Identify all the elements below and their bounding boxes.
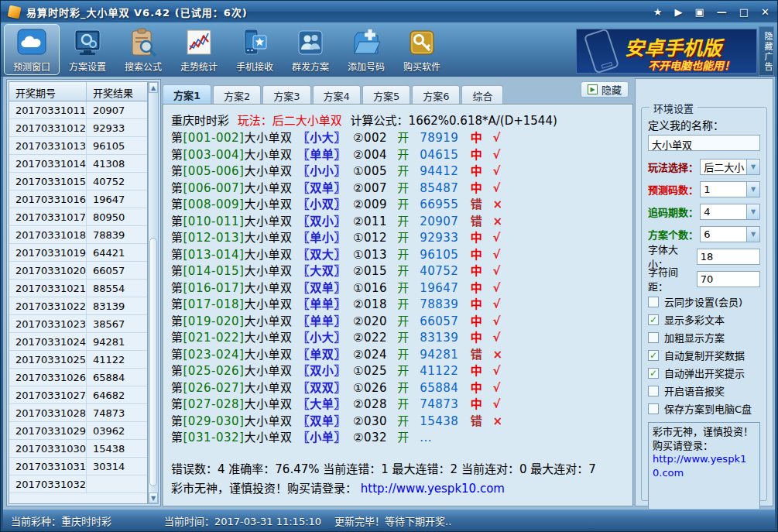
hide-ad-button[interactable]: 隐藏广告 bbox=[759, 26, 774, 76]
open-label: 开 bbox=[397, 264, 410, 278]
table-row[interactable]: 20170331019 64421 bbox=[9, 244, 147, 262]
table-row[interactable]: 20170331022 83139 bbox=[9, 297, 147, 315]
name-input[interactable]: 大小单双 bbox=[648, 135, 760, 151]
toolbar-label: 添加号码 bbox=[348, 60, 385, 73]
predicted-pick: 〖单单〗 bbox=[298, 314, 346, 328]
hide-panel-button[interactable]: ▶ 隐藏 bbox=[581, 81, 629, 98]
plan-tab[interactable]: 综合 bbox=[461, 85, 503, 105]
draw-number: 96105 bbox=[420, 248, 458, 262]
checkbox[interactable]: ✓ bbox=[648, 403, 659, 414]
plan-tab[interactable]: 方案1 bbox=[163, 84, 211, 105]
setting-input[interactable]: 18 bbox=[697, 249, 760, 265]
star-icon[interactable]: ★ bbox=[653, 6, 663, 18]
hit-status: 中 bbox=[471, 248, 483, 262]
target-period: ②024 bbox=[353, 348, 387, 362]
dropdown[interactable]: 后二大小 ▼ bbox=[700, 159, 760, 175]
prediction-row: 第[017-018]大小单双 〖单单〗 ②018 开 78839 中 √ bbox=[171, 295, 625, 312]
note-link[interactable]: http://www.yespk10.com bbox=[653, 453, 746, 479]
table-row[interactable]: 20170331013 96105 bbox=[9, 137, 147, 155]
hit-status: 错 bbox=[471, 197, 483, 211]
target-period: ①005 bbox=[353, 164, 387, 178]
play-icon[interactable]: ▶ bbox=[675, 6, 683, 18]
prediction-row: 第[014-015]大小单双 〖大双〗 ②015 开 40752 中 √ bbox=[171, 262, 625, 279]
table-row[interactable]: 20170331026 65884 bbox=[9, 369, 147, 386]
table-row[interactable]: 20170331027 64682 bbox=[9, 386, 147, 404]
dropdown[interactable]: 4 ▼ bbox=[700, 204, 760, 220]
chevron-down-icon[interactable]: ▼ bbox=[746, 182, 759, 197]
setting-input[interactable]: 70 bbox=[697, 271, 760, 287]
toolbar-button-plan-settings[interactable]: 方案设置 bbox=[60, 24, 115, 75]
toolbar-button-group-send[interactable]: 群发方案 bbox=[283, 24, 338, 75]
plan-tab[interactable]: 方案5 bbox=[362, 85, 410, 105]
checkbox[interactable]: ✓ bbox=[648, 350, 659, 361]
toolbar-button-phone-receive[interactable]: 手机接收 bbox=[227, 24, 283, 75]
table-row[interactable]: 20170331014 41308 bbox=[9, 155, 147, 173]
play-name: 大小单双 bbox=[244, 197, 292, 211]
plan-tab[interactable]: 方案2 bbox=[213, 85, 261, 105]
draw-result: 19647 bbox=[87, 190, 147, 208]
toolbar-button-search-formula[interactable]: 搜索公式 bbox=[115, 24, 171, 75]
target-period: ①012 bbox=[353, 231, 387, 245]
plan-tab[interactable]: 方案3 bbox=[262, 85, 310, 105]
scroll-down-icon[interactable]: ▼ bbox=[149, 493, 158, 503]
table-row[interactable]: 20170331016 19647 bbox=[9, 190, 147, 208]
results-scrollbar[interactable]: ▲ ▼ bbox=[148, 81, 159, 504]
table-row[interactable]: 20170331012 92933 bbox=[9, 119, 147, 137]
toolbar-button-buy-software[interactable]: 购买软件 bbox=[394, 24, 450, 75]
popup-window-icon[interactable]: ▣ bbox=[695, 6, 704, 18]
checkbox-row[interactable]: ✓ 加粗显示方案 bbox=[648, 328, 760, 346]
scroll-up-icon[interactable]: ▲ bbox=[149, 82, 158, 93]
table-row[interactable]: 20170331024 94281 bbox=[9, 333, 147, 351]
table-row[interactable]: 20170331018 78839 bbox=[9, 226, 147, 244]
row-prefix: 第 bbox=[171, 264, 183, 278]
table-row[interactable]: 20170331029 03962 bbox=[9, 422, 147, 440]
table-row[interactable]: 20170331021 88554 bbox=[9, 280, 147, 297]
table-row[interactable]: 20170331025 41122 bbox=[9, 351, 147, 369]
minimize-button[interactable]: — bbox=[717, 6, 727, 18]
checkbox[interactable]: ✓ bbox=[648, 332, 659, 343]
checkbox[interactable]: ✓ bbox=[648, 368, 659, 379]
maximize-button[interactable]: □ bbox=[739, 6, 749, 18]
checkbox-row[interactable]: ✓ 保存方案到电脑C盘 bbox=[648, 400, 760, 417]
target-period: ②004 bbox=[353, 148, 387, 162]
table-row[interactable]: 20170331011 20907 bbox=[9, 101, 147, 119]
prediction-row: 第[025-026]大小单双 〖双小〗 ①025 开 41122 中 √ bbox=[171, 362, 625, 379]
toolbar-button-predict-window[interactable]: 预测窗口 bbox=[4, 24, 60, 75]
table-row[interactable]: 20170331032 bbox=[9, 475, 147, 493]
checkbox-row[interactable]: ✓ 自动复制开奖数据 bbox=[648, 346, 760, 364]
table-row[interactable]: 20170331017 80950 bbox=[9, 208, 147, 226]
plan-tab[interactable]: 方案6 bbox=[412, 85, 460, 105]
checkbox-row[interactable]: ✓ 自动弹出开奖提示 bbox=[648, 364, 760, 382]
website-link[interactable]: http://www.yespk10.com bbox=[361, 482, 505, 496]
chevron-down-icon[interactable]: ▼ bbox=[746, 160, 759, 174]
dropdown[interactable]: 6 ▼ bbox=[700, 226, 760, 242]
checkbox-row[interactable]: ✓ 开启语音报奖 bbox=[648, 382, 760, 400]
table-row[interactable]: 20170331020 66057 bbox=[9, 262, 147, 280]
checkbox[interactable]: ✓ bbox=[648, 297, 659, 307]
prediction-row: 第[005-006]大小单双 〖小小〗 ①005 开 94412 中 √ bbox=[171, 162, 625, 179]
table-row[interactable]: 20170331031 30314 bbox=[9, 458, 147, 475]
scrollbar-thumb[interactable] bbox=[149, 238, 157, 486]
table-row[interactable]: 20170331030 15438 bbox=[9, 440, 147, 458]
dropdown-value: 6 bbox=[701, 228, 746, 240]
plan-tab[interactable]: 方案4 bbox=[313, 85, 361, 105]
table-row[interactable]: 20170331023 38567 bbox=[9, 315, 147, 333]
toolbar-button-trend-stats[interactable]: 走势统计 bbox=[171, 24, 227, 75]
hit-status: 错 bbox=[471, 348, 483, 362]
draw-number: 40752 bbox=[420, 264, 458, 278]
toolbar-button-add-numbers[interactable]: 添加号码 bbox=[338, 24, 394, 75]
checkbox[interactable]: ✓ bbox=[648, 314, 659, 325]
chevron-down-icon[interactable]: ▼ bbox=[746, 227, 759, 242]
target-period: ①016 bbox=[353, 281, 387, 295]
chevron-down-icon[interactable]: ▼ bbox=[746, 204, 759, 219]
close-button[interactable]: ✕ bbox=[761, 6, 769, 18]
setting-select-row: 追码期数： 4 ▼ bbox=[648, 203, 760, 220]
ad-banner[interactable]: 安卓手机版 不开电脑也能用！ bbox=[576, 29, 757, 74]
checkbox[interactable]: ✓ bbox=[648, 386, 659, 396]
checkbox-row[interactable]: ✓ 云同步设置(会员) bbox=[648, 293, 760, 311]
table-row[interactable]: 20170331015 40752 bbox=[9, 173, 147, 190]
checkbox-row[interactable]: ✓ 显示多彩文本 bbox=[648, 311, 760, 328]
table-row[interactable]: 20170331028 74873 bbox=[9, 404, 147, 422]
dropdown[interactable]: 1 ▼ bbox=[700, 181, 760, 197]
draw-result: 80950 bbox=[87, 208, 147, 225]
